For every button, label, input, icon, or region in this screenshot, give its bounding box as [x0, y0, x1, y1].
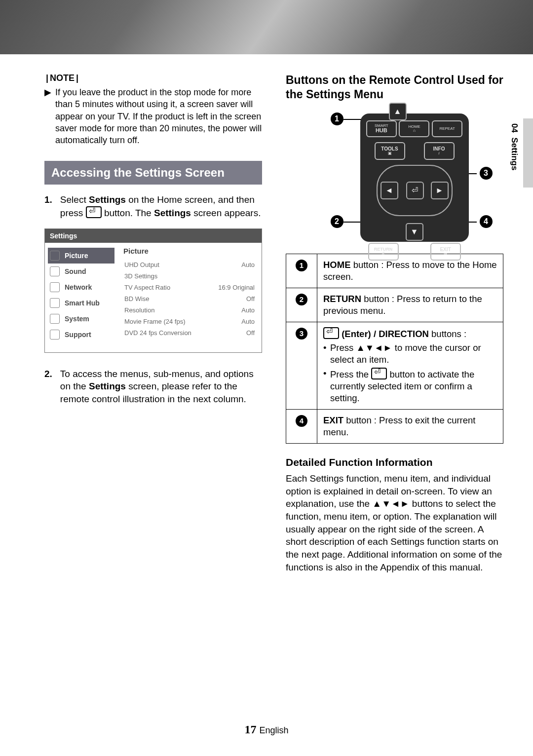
left-column: |NOTE| ▶ If you leave the product in the…	[44, 73, 262, 573]
remote-down: ▼	[406, 223, 423, 241]
callout-4: 4	[480, 215, 493, 228]
remote-return: RETURN↺	[368, 243, 399, 261]
step-2: 2. To access the menus, sub-menus, and o…	[44, 368, 262, 406]
enter-icon	[86, 206, 102, 218]
category-support: Support	[48, 327, 114, 342]
step-1: 1. Select Settings on the Home screen, a…	[44, 193, 262, 219]
remote-smart-hub: SMARTHUB	[366, 120, 397, 137]
panel-options: Picture UHD OutputAuto 3D Settings TV As…	[117, 243, 262, 352]
category-smart-hub: Smart Hub	[48, 295, 114, 311]
detailed-para: Each Settings function, menu item, and i…	[286, 472, 503, 573]
side-chapter-label: 04 Settings	[509, 123, 519, 170]
remote-up: ▲	[389, 103, 407, 120]
category-network: Network	[48, 279, 114, 295]
enter-icon	[371, 368, 387, 379]
remote-tools: TOOLS▣	[375, 142, 405, 160]
callout-table: 1 HOME button : Press to move to the Hom…	[286, 254, 503, 444]
page-footer: 17English	[0, 723, 533, 736]
enter-icon	[323, 327, 339, 339]
remote-exit: EXIT⇥	[430, 243, 461, 261]
callout-3: 3	[480, 167, 493, 180]
remote-dpad: ◄ ⏎ ►	[377, 165, 453, 216]
category-system: System	[48, 311, 114, 327]
remote-info: INFOi	[424, 142, 455, 160]
callout-2: 2	[331, 215, 343, 228]
right-heading: Buttons on the Remote Control Used for t…	[286, 73, 503, 102]
remote-diagram: 1 2 3 4 SMARTHUB HOME⌂ REPEAT TOOLS▣ ▲ I…	[306, 113, 484, 242]
panel-categories: Picture Sound Network Smart Hub System S…	[45, 243, 117, 352]
panel-title: Settings	[45, 229, 262, 243]
remote-repeat: REPEAT	[432, 120, 462, 137]
remote-right: ►	[431, 182, 449, 199]
remote-enter: ⏎	[406, 182, 424, 199]
note-heading: |NOTE|	[44, 73, 262, 83]
side-tab	[523, 118, 533, 188]
subheading: Detailed Function Information	[286, 456, 503, 468]
remote-left: ◄	[381, 182, 398, 199]
category-sound: Sound	[48, 264, 114, 279]
remote-home: HOME⌂	[399, 120, 429, 137]
note-text: If you leave the product in the stop mod…	[55, 86, 262, 146]
section-title: Accessing the Settings Screen	[44, 161, 262, 185]
note-bullet-icon: ▶	[44, 86, 51, 146]
settings-panel: Settings Picture Sound Network Smart Hub…	[44, 228, 262, 353]
right-column: Buttons on the Remote Control Used for t…	[286, 73, 503, 573]
callout-1: 1	[331, 113, 343, 125]
category-picture: Picture	[48, 248, 114, 264]
